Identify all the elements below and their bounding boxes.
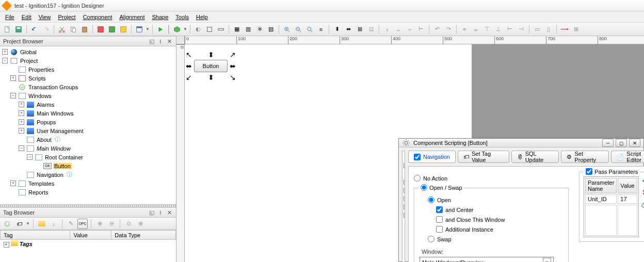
tab-set-property[interactable]: ⚙Set Property: [561, 151, 609, 163]
window-combo[interactable]: Main Windows/Overview ▼: [420, 257, 554, 262]
tag-tool-b[interactable]: ⊖: [106, 219, 117, 229]
param-row[interactable]: Unit_ID 17: [585, 194, 637, 204]
tool-f[interactable]: [216, 24, 226, 35]
tag-add-button[interactable]: 🏷: [14, 219, 24, 229]
new-button[interactable]: [2, 24, 12, 35]
param-name-cell[interactable]: Unit_ID: [585, 194, 617, 204]
tag-col-tag[interactable]: Tag: [1, 231, 70, 240]
tree-node-button[interactable]: Button: [53, 163, 72, 169]
tag-tool-d[interactable]: ⊗: [135, 219, 146, 229]
ungroup-button[interactable]: ▥: [243, 24, 253, 35]
rot-r[interactable]: ↷: [443, 24, 454, 35]
tree-node-root-container[interactable]: Root Container: [44, 154, 84, 160]
radio-no-action[interactable]: [414, 175, 421, 182]
tag-opc-button[interactable]: OPC: [77, 219, 88, 229]
align-a[interactable]: ⬍: [332, 24, 342, 35]
zoom-fit-button[interactable]: [304, 24, 315, 35]
tree-node-project[interactable]: Project: [19, 58, 39, 64]
radio-open[interactable]: [428, 196, 434, 203]
tag-edit-button[interactable]: ✎: [66, 219, 76, 229]
tag-folder-button[interactable]: [37, 219, 47, 229]
check-pass-params[interactable]: [586, 168, 592, 175]
dist-6[interactable]: ⊣: [516, 24, 526, 35]
menu-help[interactable]: Help: [196, 14, 208, 20]
tree-node-transaction-groups[interactable]: Transaction Groups: [27, 84, 79, 90]
tool-c-button[interactable]: [118, 24, 128, 35]
dist-3[interactable]: ⊤: [482, 24, 492, 35]
tab-navigation[interactable]: Navigation: [408, 151, 456, 163]
param-value-cell[interactable]: 17: [618, 194, 637, 204]
rot-l[interactable]: ↶: [432, 24, 442, 35]
dialog-titlebar[interactable]: Component Scripting [Button] ─ ◻ ✕: [399, 139, 643, 148]
check-and-close[interactable]: [436, 216, 443, 223]
cut-button[interactable]: [57, 24, 67, 35]
tab-sql-update[interactable]: 🛢SQL Update: [511, 151, 559, 163]
tree-node-navigation[interactable]: Navigation: [36, 172, 65, 178]
tool-g[interactable]: ※: [254, 24, 265, 35]
dist-5[interactable]: ⊢: [505, 24, 515, 35]
panel-close-icon[interactable]: ✕: [166, 209, 173, 216]
layout-dd[interactable]: [134, 24, 144, 35]
tag-col-value[interactable]: Value: [70, 231, 111, 240]
menu-edit[interactable]: Edit: [22, 14, 31, 20]
copy-button[interactable]: [68, 24, 78, 35]
tag-refresh-button[interactable]: [2, 219, 12, 229]
radio-open-swap[interactable]: [421, 184, 427, 191]
tree-node-templates[interactable]: Templates: [27, 181, 55, 187]
panel-restore-icon[interactable]: ◱: [148, 38, 155, 45]
dialog-minimize-button[interactable]: ─: [602, 139, 614, 147]
group-button[interactable]: ▦: [232, 24, 242, 35]
zoom-list-button[interactable]: ≡: [316, 24, 326, 35]
menu-tools[interactable]: Tools: [175, 14, 189, 20]
tool-h[interactable]: ▧: [266, 24, 276, 35]
undo-button[interactable]: [29, 24, 40, 35]
order-1[interactable]: ▭: [532, 24, 542, 35]
check-and-center[interactable]: [436, 206, 443, 213]
align-d[interactable]: ⊡: [366, 24, 376, 35]
save-button[interactable]: [13, 24, 24, 35]
module-dd[interactable]: [172, 24, 182, 35]
zoom-out-button[interactable]: [293, 24, 303, 35]
tag-tool-a[interactable]: ⊕: [94, 219, 105, 229]
tool-a-button[interactable]: [95, 24, 106, 35]
tag-tool-c[interactable]: ⊙: [123, 219, 134, 229]
link-tool[interactable]: ⟿: [559, 24, 570, 35]
tree-node-properties[interactable]: Properties: [27, 67, 55, 73]
tree-node-windows[interactable]: Windows: [27, 93, 53, 99]
tree-node-scripts[interactable]: Scripts: [27, 75, 47, 81]
event-handlers-tree[interactable]: Event Handlers −⚙action ⚙actionPerformed…: [402, 151, 405, 262]
play-button[interactable]: [155, 24, 166, 35]
tool-e[interactable]: [204, 24, 215, 35]
align-c[interactable]: ⊞: [355, 24, 365, 35]
panel-close-icon[interactable]: ✕: [166, 38, 173, 45]
tool-b-button[interactable]: [107, 24, 117, 35]
misc-tool[interactable]: ⊞: [571, 24, 581, 35]
tree-node-reports[interactable]: Reports: [27, 189, 50, 195]
menu-shape[interactable]: Shape: [152, 14, 168, 20]
align-b[interactable]: ⬌: [343, 24, 353, 35]
menu-alignment[interactable]: Alignment: [120, 14, 145, 20]
param-table[interactable]: Parameter Name Value Unit_ID 17: [584, 176, 639, 237]
project-browser-tree[interactable]: +Global −Project Properties +Scripts Tra…: [0, 46, 176, 204]
tag-root[interactable]: Tags: [20, 241, 33, 247]
menu-view[interactable]: View: [39, 14, 51, 20]
al-4[interactable]: ⊢: [416, 24, 426, 35]
al-1[interactable]: ⫞: [382, 24, 392, 35]
tab-set-tag-value[interactable]: 🏷Set Tag Value: [458, 151, 509, 163]
order-2[interactable]: ▯: [543, 24, 554, 35]
tree-node-global[interactable]: Global: [19, 49, 38, 55]
tool-d[interactable]: ◐: [193, 24, 203, 35]
tree-node-main-windows[interactable]: Main Windows: [36, 110, 75, 117]
tag-import-button[interactable]: ↓: [49, 219, 59, 229]
dialog-close-button[interactable]: ✕: [629, 139, 640, 147]
tab-script-editor[interactable]: 📄Script Editor: [611, 151, 644, 163]
al-2[interactable]: ⫠: [393, 24, 404, 35]
menu-file[interactable]: File: [5, 14, 14, 20]
zoom-in-button[interactable]: [282, 24, 292, 35]
paste-button[interactable]: [79, 24, 90, 35]
panel-restore-icon[interactable]: ◱: [148, 209, 155, 216]
tree-node-popups[interactable]: Popups: [36, 119, 57, 125]
tag-table[interactable]: Tag Value Data Type + Tags: [0, 230, 176, 248]
redo-button[interactable]: [41, 24, 51, 35]
dist-1[interactable]: ⫩: [459, 24, 470, 35]
